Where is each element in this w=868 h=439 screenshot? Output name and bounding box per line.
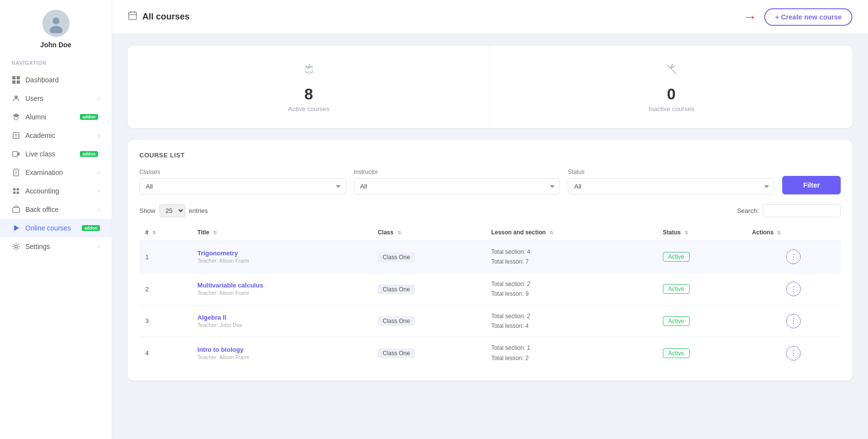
class-badge: Class One [378, 285, 415, 294]
content-area: 8 Active courses 0 Inactive courses COUR… [112, 34, 868, 392]
action-menu-button[interactable]: ⋮ [786, 314, 801, 328]
row-status: Active [657, 337, 746, 369]
addon-badge: addon [80, 114, 98, 120]
sidebar-item-accounting[interactable]: Accounting › [0, 182, 112, 200]
course-title-link[interactable]: Trigonometry [197, 249, 366, 257]
sidebar-item-dashboard[interactable]: Dashboard [0, 71, 112, 89]
table-controls: Show 25 10 50 entries Search: [139, 204, 841, 217]
search-input[interactable] [763, 204, 841, 217]
entries-label: entries [189, 207, 208, 214]
sidebar-item-label: Online courses [25, 224, 79, 232]
row-lesson: Total section: 1 Total lesson: 2 [485, 337, 657, 369]
status-filter-label: Status [568, 169, 774, 175]
header-bar: All courses → + Create new course [112, 0, 868, 34]
svg-rect-6 [17, 80, 20, 84]
svg-rect-24 [129, 12, 136, 19]
course-title-link[interactable]: Multivariable calculus [197, 282, 366, 289]
course-teacher: Teacher: Alison Frami [197, 258, 249, 264]
status-badge: Active [663, 284, 690, 294]
course-title-link[interactable]: Algebra II [197, 314, 366, 321]
row-status: Active [657, 273, 746, 305]
row-status: Active [657, 305, 746, 337]
chevron-right-icon: › [98, 207, 100, 212]
table-row: 1 Trigonometry Teacher: Alison Frami Cla… [139, 241, 841, 273]
chevron-right-icon: › [98, 114, 100, 120]
settings-icon [12, 242, 20, 251]
arrow-indicator: → [743, 9, 756, 25]
filter-button[interactable]: Filter [782, 176, 841, 194]
chevron-right-icon: › [98, 95, 100, 101]
svg-rect-18 [17, 188, 19, 191]
sidebar-item-users[interactable]: Users › [0, 89, 112, 108]
sidebar-item-liveclass[interactable]: Live class addon › [0, 145, 112, 163]
row-num: 4 [139, 337, 192, 369]
row-num: 1 [139, 241, 192, 273]
row-title: Algebra II Teacher: John Doe [192, 305, 372, 337]
sidebar-item-onlinecourses[interactable]: Online courses addon [0, 219, 112, 237]
calendar-icon [128, 11, 137, 23]
user-name: John Doe [40, 41, 72, 49]
status-filter-group: Status All [568, 169, 774, 194]
nav-items: Dashboard Users › Alumni addon › Academi… [0, 71, 112, 256]
sidebar-item-alumni[interactable]: Alumni addon › [0, 108, 112, 126]
row-actions: ⋮ [746, 337, 841, 369]
lesson-info: Total section: 4 Total lesson: 7 [491, 247, 651, 267]
status-badge: Active [663, 316, 690, 326]
instructor-filter-select[interactable]: All [354, 178, 560, 194]
entries-select[interactable]: 25 10 50 [159, 204, 185, 217]
class-badge: Class One [378, 316, 415, 326]
svg-marker-8 [13, 114, 19, 117]
action-menu-button[interactable]: ⋮ [786, 249, 801, 264]
lesson-info: Total section: 2 Total lesson: 4 [491, 311, 651, 331]
row-lesson: Total section: 4 Total lesson: 7 [485, 241, 657, 273]
create-course-button[interactable]: + Create new course [764, 8, 852, 26]
action-menu-button[interactable]: ⋮ [786, 282, 801, 296]
lesson-info: Total section: 2 Total lesson: 9 [491, 279, 651, 299]
active-courses-icon [301, 61, 317, 80]
svg-rect-19 [13, 191, 16, 194]
class-badge: Class One [378, 252, 415, 262]
sidebar-item-settings[interactable]: Settings › [0, 237, 112, 256]
action-menu-button[interactable]: ⋮ [786, 346, 801, 361]
classes-filter-select[interactable]: All [139, 178, 346, 194]
status-badge: Active [663, 252, 690, 262]
svg-point-23 [15, 246, 18, 248]
svg-rect-12 [13, 152, 18, 156]
table-row: 2 Multivariable calculus Teacher: Alison… [139, 273, 841, 305]
svg-rect-3 [12, 76, 16, 79]
inactive-courses-card: 0 Inactive courses [490, 46, 852, 128]
row-actions: ⋮ [746, 241, 841, 273]
section-title: COURSE LIST [139, 152, 841, 159]
course-teacher: Teacher: Alison Frami [197, 290, 249, 296]
backoffice-icon [12, 205, 20, 214]
status-badge: Active [663, 348, 690, 358]
svg-rect-9 [13, 133, 19, 138]
academic-icon [12, 131, 20, 140]
row-num: 2 [139, 273, 192, 305]
sidebar-item-examination[interactable]: Examination › [0, 163, 112, 182]
lesson-info: Total section: 1 Total lesson: 2 [491, 343, 651, 363]
chevron-right-icon: › [98, 244, 100, 249]
row-actions: ⋮ [746, 305, 841, 337]
course-title-link[interactable]: Intro to biology [197, 346, 366, 353]
chevron-right-icon: › [98, 151, 100, 157]
accounting-icon [12, 187, 20, 195]
row-title: Multivariable calculus Teacher: Alison F… [192, 273, 372, 305]
classes-filter-group: Classes All [139, 169, 346, 194]
inactive-courses-count: 0 [667, 85, 676, 103]
active-courses-count: 8 [305, 85, 313, 103]
search-box: Search: [737, 204, 841, 217]
sidebar-item-academic[interactable]: Academic › [0, 126, 112, 145]
class-badge: Class One [378, 348, 415, 358]
status-filter-select[interactable]: All [568, 178, 774, 194]
instructor-filter-label: Instructor [354, 169, 560, 175]
table-row: 3 Algebra II Teacher: John Doe Class One… [139, 305, 841, 337]
svg-rect-21 [13, 208, 19, 212]
sidebar: John Doe NAVIGATION Dashboard Users › Al… [0, 0, 112, 439]
row-class: Class One [372, 337, 485, 369]
row-lesson: Total section: 2 Total lesson: 9 [485, 273, 657, 305]
row-class: Class One [372, 305, 485, 337]
active-courses-label: Active courses [288, 105, 329, 113]
header-title: All courses [128, 11, 190, 23]
sidebar-item-backoffice[interactable]: Back office › [0, 200, 112, 219]
